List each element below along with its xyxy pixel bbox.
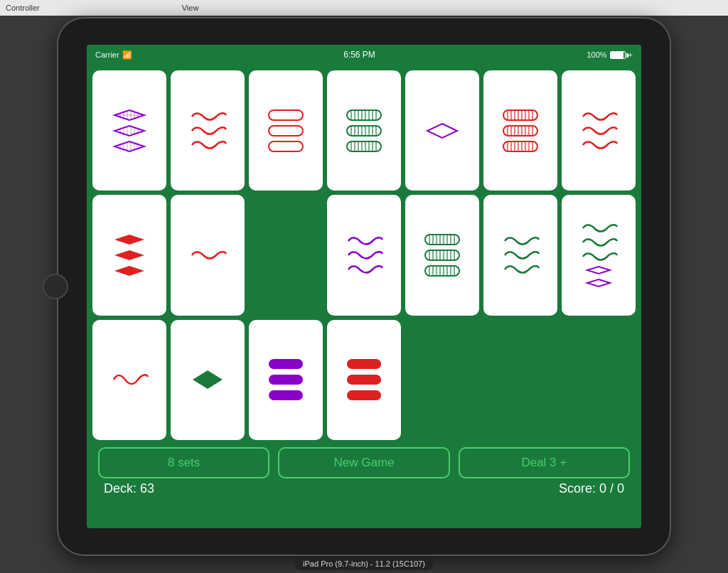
svg-marker-8 <box>114 126 144 136</box>
carrier-label: Carrier <box>95 50 119 59</box>
card-3-6 <box>483 320 557 440</box>
card-2-2[interactable] <box>171 195 245 315</box>
title-controller: Controller <box>6 4 40 12</box>
svg-marker-87 <box>114 250 144 260</box>
status-time: 6:56 PM <box>343 50 375 60</box>
svg-rect-22 <box>269 110 303 120</box>
card-3-1[interactable] <box>92 320 166 440</box>
ipad-screen: Carrier 📶 6:56 PM 100% + <box>87 45 641 528</box>
card-1-5[interactable] <box>405 70 479 191</box>
card-3-4[interactable] <box>327 320 401 440</box>
card-2-5[interactable] <box>405 195 479 315</box>
svg-rect-123 <box>269 375 303 385</box>
card-1-2[interactable] <box>171 70 245 191</box>
status-right: 100% + <box>587 50 633 59</box>
status-left: Carrier 📶 <box>95 50 132 60</box>
card-1-7[interactable] <box>562 70 636 191</box>
sets-button[interactable]: 8 sets <box>98 447 269 478</box>
svg-rect-126 <box>347 375 381 385</box>
card-2-6[interactable] <box>483 195 557 315</box>
battery-icon <box>610 51 626 59</box>
title-view: View <box>182 4 199 12</box>
ipad-device: Carrier 📶 6:56 PM 100% + <box>58 18 670 555</box>
card-2-4[interactable] <box>327 195 401 315</box>
card-2-3 <box>249 195 323 315</box>
svg-rect-127 <box>347 390 381 400</box>
svg-rect-23 <box>269 126 303 136</box>
svg-rect-125 <box>347 359 381 369</box>
desktop: Controller View Carrier 📶 6:56 PM 100% + <box>0 0 728 573</box>
card-1-1[interactable] <box>92 70 166 191</box>
deal-button[interactable]: Deal 3 + <box>459 447 630 478</box>
svg-marker-15 <box>114 141 144 151</box>
game-area: 8 sets New Game Deal 3 + Deck: 63 Score:… <box>87 65 641 528</box>
score-info: Score: 0 / 0 <box>559 481 624 496</box>
deck-info: Deck: 63 <box>104 481 154 496</box>
card-2-7[interactable] <box>562 195 636 315</box>
card-3-5 <box>405 320 479 440</box>
battery-plus: + <box>628 50 633 59</box>
bottom-bar: 8 sets New Game Deal 3 + Deck: 63 Score:… <box>92 444 636 523</box>
cards-grid <box>92 70 636 440</box>
home-button[interactable] <box>43 274 68 299</box>
svg-marker-119 <box>587 267 610 274</box>
card-1-3[interactable] <box>249 70 323 191</box>
card-1-6[interactable] <box>483 70 557 191</box>
info-row: Deck: 63 Score: 0 / 0 <box>98 481 630 496</box>
wifi-icon: 📶 <box>122 50 132 60</box>
new-game-button[interactable]: New Game <box>278 447 449 478</box>
svg-rect-122 <box>269 359 303 369</box>
status-bar: Carrier 📶 6:56 PM 100% + <box>87 45 641 65</box>
svg-marker-55 <box>427 124 457 138</box>
svg-marker-121 <box>193 370 223 389</box>
title-bar: Controller View <box>0 0 728 16</box>
svg-marker-88 <box>114 266 144 276</box>
svg-marker-120 <box>587 279 610 286</box>
card-3-7 <box>562 320 636 440</box>
card-3-3[interactable] <box>249 320 323 440</box>
card-3-2[interactable] <box>171 320 245 440</box>
battery-percent: 100% <box>587 50 606 59</box>
svg-rect-24 <box>269 141 303 151</box>
device-label: iPad Pro (9.7-inch) - 11.2 (15C107) <box>294 557 434 570</box>
buttons-row: 8 sets New Game Deal 3 + <box>98 447 630 478</box>
card-2-1[interactable] <box>92 195 166 315</box>
card-1-4[interactable] <box>327 70 401 191</box>
svg-marker-86 <box>114 235 144 245</box>
svg-rect-124 <box>269 390 303 400</box>
